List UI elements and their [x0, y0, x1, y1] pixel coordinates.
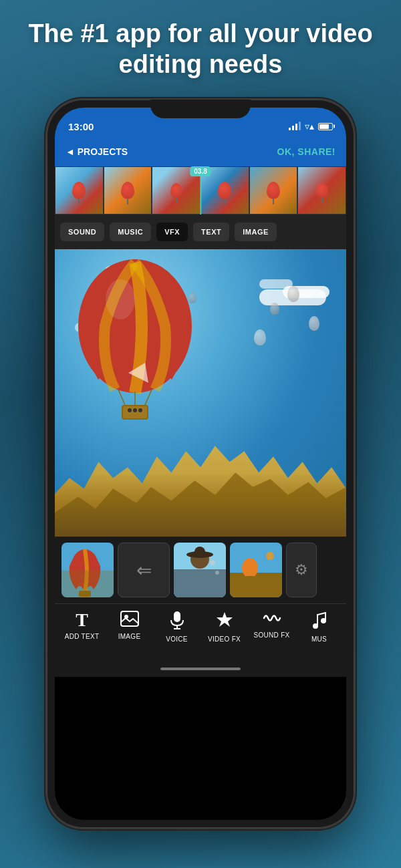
top-nav: ◄ PROJECTS OK, SHARE!: [55, 137, 346, 166]
playhead-timecode: 03.8: [190, 166, 211, 176]
share-button[interactable]: OK, SHARE!: [277, 146, 336, 157]
playhead-line: [200, 176, 201, 214]
svg-rect-15: [61, 571, 114, 597]
thumbnail-settings[interactable]: ⚙: [286, 543, 317, 597]
music-label: MUS: [311, 635, 327, 643]
svg-point-34: [313, 623, 318, 629]
svg-line-3: [118, 390, 125, 405]
tool-music[interactable]: MUSIC: [110, 223, 151, 241]
screen: 13:00 ▿▴ ◄ PROJECTS OK, S: [55, 108, 346, 820]
tool-sound[interactable]: SOUND: [60, 223, 104, 241]
thumbnail-2[interactable]: [174, 543, 226, 597]
thumbnail-1[interactable]: [61, 543, 114, 597]
svg-point-10: [138, 408, 142, 412]
status-icons: ▿▴: [289, 121, 333, 132]
sound-fx-icon: [263, 611, 281, 628]
tool-vfx[interactable]: VFX: [156, 223, 188, 241]
voice-label: VOICE: [166, 635, 188, 643]
svg-point-21: [210, 560, 215, 565]
thumbnail-3[interactable]: [230, 543, 282, 597]
tool-sound-fx[interactable]: SOUND FX: [251, 611, 293, 639]
small-balloon-6: [254, 329, 266, 345]
video-background: [55, 249, 346, 537]
tool-text[interactable]: TEXT: [193, 223, 229, 241]
svg-rect-28: [121, 611, 138, 626]
main-balloon-svg: [68, 259, 202, 426]
battery-icon: [318, 123, 333, 130]
home-bar: [160, 668, 241, 670]
timeline[interactable]: 03.8: [55, 166, 346, 214]
svg-point-22: [215, 571, 219, 575]
image-icon: [120, 611, 139, 629]
svg-point-35: [321, 618, 326, 623]
svg-rect-30: [174, 611, 180, 622]
notch: [150, 100, 251, 118]
svg-point-1: [106, 279, 135, 319]
add-text-icon: T: [76, 611, 88, 629]
bottom-toolbar: T ADD TEXT IMAGE: [55, 603, 346, 661]
microphone-icon: [169, 611, 185, 632]
svg-point-20: [194, 547, 205, 557]
svg-line-4: [145, 390, 152, 405]
timeline-frame: [55, 166, 104, 214]
image-tool-label: IMAGE: [118, 633, 141, 640]
small-balloon-3: [270, 303, 279, 315]
home-indicator: [55, 661, 346, 677]
music-icon: [312, 611, 327, 632]
timeline-frame: [297, 166, 346, 214]
status-time: 13:00: [68, 121, 94, 132]
timeline-frame: [249, 166, 298, 214]
back-button[interactable]: ◄ PROJECTS: [65, 146, 128, 157]
svg-point-8: [128, 408, 132, 412]
video-preview: [55, 249, 346, 537]
thumbnail-transition[interactable]: ⇐: [118, 543, 170, 597]
tool-voice[interactable]: VOICE: [156, 611, 198, 643]
video-fx-icon: [215, 611, 234, 632]
svg-rect-26: [246, 576, 254, 581]
small-balloon-2: [287, 286, 299, 302]
sound-fx-label: SOUND FX: [253, 631, 289, 639]
playhead[interactable]: 03.8: [190, 166, 211, 214]
signal-icon: [289, 122, 301, 130]
add-text-label: ADD TEXT: [65, 633, 100, 640]
wifi-icon: ▿▴: [305, 121, 314, 132]
svg-point-27: [266, 552, 274, 560]
tool-music[interactable]: MUS: [299, 611, 340, 643]
thumbnail-strip: ⇐: [55, 537, 346, 603]
tools-bar: SOUND MUSIC VFX TEXT IMAGE: [55, 214, 346, 249]
gear-icon: ⚙: [295, 561, 308, 579]
svg-rect-24: [230, 573, 282, 597]
tool-image[interactable]: IMAGE: [235, 223, 277, 241]
small-balloon-4: [309, 316, 319, 331]
video-fx-label: VIDEO FX: [208, 635, 241, 643]
headline: The #1 app for all your video editing ne…: [0, 0, 401, 93]
transition-icon: ⇐: [136, 559, 152, 581]
tool-add-text[interactable]: T ADD TEXT: [61, 611, 103, 640]
svg-point-9: [133, 408, 137, 412]
phone-frame: 13:00 ▿▴ ◄ PROJECTS OK, S: [47, 100, 354, 828]
tool-image-btn[interactable]: IMAGE: [109, 611, 150, 640]
tool-video-fx[interactable]: VIDEO FX: [204, 611, 245, 643]
timeline-frame: [104, 166, 152, 214]
svg-marker-33: [217, 612, 233, 627]
